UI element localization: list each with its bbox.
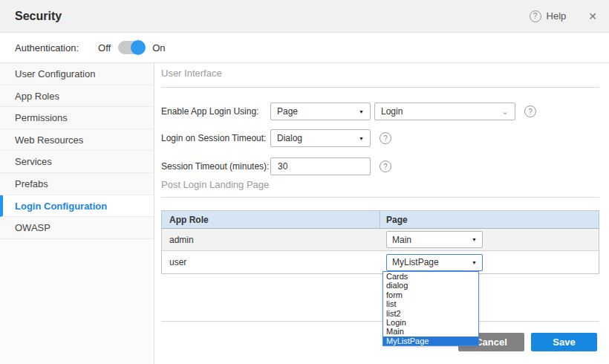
- sidebar-item-permissions[interactable]: Permissions: [0, 107, 154, 129]
- page-title: Security: [15, 10, 530, 23]
- field-enable-app-login: Enable App Login Using: Page ▼ Login ⌄ ?: [161, 103, 536, 120]
- dropdown-option-list[interactable]: list: [383, 299, 478, 308]
- table-row-user: user MyListPage ▼: [162, 251, 599, 273]
- sidebar-item-prefabs[interactable]: Prefabs: [0, 173, 154, 195]
- login-on-timeout-help-icon[interactable]: ?: [380, 132, 391, 144]
- save-button[interactable]: Save: [531, 333, 597, 351]
- q-glyph: ?: [383, 134, 388, 143]
- dropdown-option-cards[interactable]: Cards: [383, 272, 478, 281]
- field-session-timeout: Session Timeout (minutes): ?: [161, 157, 391, 175]
- q-glyph: ?: [383, 163, 388, 171]
- chevron-down-icon: ⌄: [501, 109, 509, 114]
- sidebar-item-services[interactable]: Services: [0, 151, 154, 173]
- sidebar-item-login-configuration[interactable]: Login Configuration: [0, 195, 154, 218]
- timeout-mode-value: Dialog: [277, 133, 302, 143]
- table-row-admin: admin Main ▼: [162, 229, 599, 251]
- help-link[interactable]: Help: [547, 10, 567, 22]
- timeout-mode-select[interactable]: Dialog ▼: [270, 129, 371, 147]
- app-role-cell: admin: [162, 229, 380, 250]
- section-title-post-login: Post Login Landing Page: [161, 179, 269, 190]
- toggle-on-label: On: [152, 42, 165, 53]
- page-dropdown-list: Cards dialog form list list2 Login Main …: [382, 271, 479, 346]
- user-page-value: MyListPage: [392, 257, 439, 267]
- session-timeout-label: Session Timeout (minutes):: [161, 161, 270, 172]
- caret-down-icon: ▼: [359, 136, 364, 141]
- user-page-select[interactable]: MyListPage ▼: [386, 254, 483, 271]
- session-timeout-help-icon[interactable]: ?: [380, 160, 391, 172]
- dropdown-option-dialog[interactable]: dialog: [383, 281, 478, 290]
- help-icon-glyph: ?: [533, 12, 538, 20]
- login-page-combo[interactable]: Login ⌄: [374, 103, 515, 120]
- sidebar-item-user-configuration[interactable]: User Configuration: [0, 63, 154, 85]
- authentication-bar: Authentication: Off On: [0, 33, 609, 63]
- login-page-value: Login: [381, 106, 403, 117]
- column-header-page: Page: [380, 211, 599, 228]
- login-configuration-panel: User Interface Enable App Login Using: P…: [154, 63, 609, 364]
- dropdown-option-list2[interactable]: list2: [383, 309, 478, 318]
- login-mode-value: Page: [277, 106, 298, 117]
- divider: [161, 197, 599, 198]
- divider: [161, 87, 599, 88]
- footer-divider: [161, 321, 599, 322]
- column-header-app-role: App Role: [162, 211, 380, 228]
- sidebar-item-app-roles[interactable]: App Roles: [0, 85, 154, 108]
- caret-down-icon: ▼: [359, 109, 364, 114]
- dropdown-option-login[interactable]: Login: [383, 318, 478, 327]
- login-mode-select[interactable]: Page ▼: [270, 103, 371, 120]
- dropdown-option-main[interactable]: Main: [383, 327, 478, 336]
- security-dialog: Security ? Help ✕ Authentication: Off On…: [0, 0, 609, 364]
- enable-app-login-help-icon[interactable]: ?: [524, 105, 536, 117]
- close-icon[interactable]: ✕: [588, 10, 597, 22]
- field-login-on-timeout: Login on Session Timeout: Dialog ▼ ?: [161, 129, 391, 147]
- admin-page-select[interactable]: Main ▼: [386, 231, 483, 248]
- q-glyph: ?: [528, 108, 533, 116]
- table-header-row: App Role Page: [162, 211, 599, 229]
- toggle-knob: [131, 40, 146, 55]
- authentication-label: Authentication:: [15, 42, 79, 53]
- login-on-timeout-label: Login on Session Timeout:: [161, 133, 270, 143]
- section-title-user-interface: User Interface: [161, 68, 222, 79]
- authentication-toggle[interactable]: [118, 41, 143, 54]
- dialog-header: Security ? Help ✕: [0, 0, 609, 33]
- toggle-off-label: Off: [98, 42, 111, 53]
- dropdown-option-mylistpage[interactable]: MyListPage: [383, 337, 478, 345]
- caret-down-icon: ▼: [472, 260, 477, 265]
- dropdown-option-form[interactable]: form: [383, 290, 478, 299]
- admin-page-value: Main: [392, 235, 411, 245]
- caret-down-icon: ▼: [472, 237, 477, 242]
- sidebar-item-owasp[interactable]: OWASP: [0, 217, 154, 239]
- app-role-cell: user: [162, 251, 380, 273]
- session-timeout-input[interactable]: [270, 157, 371, 175]
- settings-sidebar: User Configuration App Roles Permissions…: [0, 63, 154, 364]
- help-icon[interactable]: ?: [530, 10, 541, 22]
- enable-app-login-label: Enable App Login Using:: [161, 106, 270, 117]
- post-login-table: App Role Page admin Main ▼ user: [161, 210, 599, 274]
- sidebar-item-web-resources[interactable]: Web Resources: [0, 129, 154, 152]
